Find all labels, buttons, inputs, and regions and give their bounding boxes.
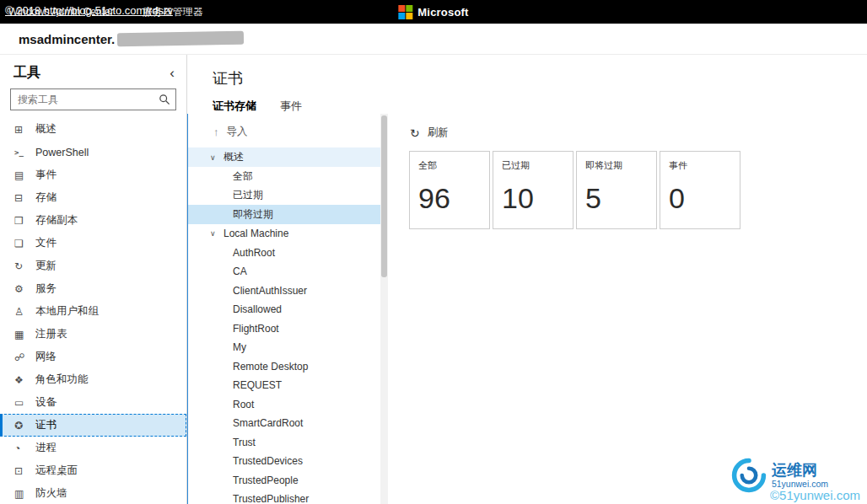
- sidebar-item-label: 防火墙: [35, 486, 67, 501]
- sidebar-item-roles-features[interactable]: ❖角色和功能: [0, 368, 186, 391]
- main-layout: 工具 ‹ ⊞概述>_PowerShell▤事件⊟存储❒存储副本❏文件↻更新⚙服务…: [0, 55, 867, 504]
- tree-group-label: 概述: [223, 150, 244, 164]
- summary-card-all[interactable]: 全部96: [409, 151, 490, 229]
- card-label: 全部: [418, 159, 489, 172]
- sidebar-item-label: 注册表: [35, 327, 67, 341]
- tree-scrollbar[interactable]: [380, 114, 388, 504]
- tree-item[interactable]: ClientAuthIssuer: [188, 281, 388, 301]
- sidebar-item-label: PowerShell: [35, 147, 89, 158]
- sidebar-item-processes[interactable]: ◔进程: [0, 437, 186, 459]
- sidebar-item-overview[interactable]: ⊞概述: [0, 118, 186, 141]
- sidebar-item-label: 进程: [35, 441, 57, 455]
- sidebar-item-label: 本地用户和组: [35, 304, 99, 319]
- hostname-redaction: [117, 31, 244, 47]
- sidebar-header: 工具 ‹: [0, 55, 186, 88]
- content-area: 证书 证书存储事件 ↑ 导入 ∨概述全部已过期即将过期∨Local Machin…: [187, 55, 867, 504]
- sidebar-item-label: 远程桌面: [35, 464, 78, 478]
- yunwei-logo-icon: [730, 457, 767, 494]
- content-body: ↑ 导入 ∨概述全部已过期即将过期∨Local MachineAuthRootC…: [187, 114, 867, 504]
- remote-desktop-icon: ⊡: [14, 465, 35, 477]
- storage-icon: ⊟: [14, 192, 35, 204]
- search-input[interactable]: [18, 94, 159, 105]
- cert-store-tree: ∨概述全部已过期即将过期∨Local MachineAuthRootCAClie…: [188, 147, 388, 504]
- sidebar-item-powershell[interactable]: >_PowerShell: [0, 141, 186, 164]
- sidebar-item-label: 文件: [35, 236, 57, 250]
- tree-group-label: Local Machine: [223, 228, 288, 239]
- tree-item[interactable]: 即将过期: [188, 205, 388, 224]
- sidebar-item-files[interactable]: ❏文件: [0, 232, 186, 255]
- import-label: 导入: [227, 125, 248, 139]
- refresh-icon: ↻: [410, 126, 420, 140]
- sidebar-item-events[interactable]: ▤事件: [0, 164, 186, 186]
- sidebar-item-label: 设备: [35, 395, 57, 410]
- card-label: 已过期: [502, 159, 573, 172]
- card-value: 96: [418, 182, 489, 215]
- devices-icon: ▭: [14, 397, 35, 409]
- watermark-top-left: © 2018 http://blog.51cto.com/rdsrv: [5, 4, 173, 17]
- sidebar-item-updates[interactable]: ↻更新: [0, 255, 186, 277]
- card-value: 5: [585, 182, 656, 215]
- network-icon: ☍: [14, 351, 35, 363]
- tree-item[interactable]: TrustedPeople: [188, 471, 388, 491]
- powershell-icon: >_: [14, 148, 35, 157]
- chevron-down-icon[interactable]: ∨: [210, 229, 223, 238]
- sidebar-item-remote-desktop[interactable]: ⊡远程桌面: [0, 459, 186, 482]
- collapse-sidebar-button[interactable]: ‹: [170, 66, 175, 80]
- details-pane: ↻ 刷新 全部96已过期10即将过期5事件0: [388, 114, 867, 504]
- summary-card-events[interactable]: 事件0: [660, 151, 740, 229]
- windows-admin-center-window: Windows Admin Center 服务器管理器 Microsoft © …: [0, 0, 867, 504]
- tree-item[interactable]: Disallowed: [188, 300, 388, 319]
- sidebar-item-network[interactable]: ☍网络: [0, 346, 186, 368]
- tree-item[interactable]: SmartCardRoot: [188, 414, 388, 433]
- card-value: 10: [502, 182, 573, 215]
- tree-item[interactable]: Trust: [188, 433, 388, 453]
- tools-sidebar: 工具 ‹ ⊞概述>_PowerShell▤事件⊟存储❒存储副本❏文件↻更新⚙服务…: [0, 55, 187, 504]
- tree-item[interactable]: 已过期: [188, 186, 388, 206]
- sidebar-item-label: 角色和功能: [35, 373, 89, 387]
- tree-item[interactable]: TrustedPublisher: [188, 490, 388, 504]
- tree-item[interactable]: AuthRoot: [188, 244, 388, 263]
- sidebar-item-label: 更新: [35, 259, 57, 273]
- connection-bar: msadmincenter.: [0, 24, 867, 55]
- tree-item[interactable]: FlightRoot: [188, 319, 388, 339]
- tree-item[interactable]: Root: [188, 395, 388, 415]
- storage-replica-icon: ❒: [14, 215, 35, 227]
- microsoft-logo-text: Microsoft: [417, 6, 468, 19]
- sidebar-item-local-users-groups[interactable]: ♙本地用户和组: [0, 300, 186, 323]
- sidebar-item-devices[interactable]: ▭设备: [0, 391, 186, 414]
- tree-item[interactable]: TrustedDevices: [188, 452, 388, 471]
- hostname: msadmincenter.: [19, 32, 115, 46]
- refresh-button[interactable]: ↻ 刷新: [409, 121, 449, 140]
- local-users-groups-icon: ♙: [14, 306, 35, 318]
- yunwei-logo-text: 运维网 51yunwei.com: [772, 462, 828, 490]
- summary-card-expired[interactable]: 已过期10: [493, 151, 574, 229]
- tree-scrollbar-thumb[interactable]: [381, 115, 387, 277]
- events-icon: ▤: [14, 169, 35, 181]
- sidebar-item-storage[interactable]: ⊟存储: [0, 186, 186, 209]
- card-value: 0: [669, 182, 740, 215]
- sidebar-title: 工具: [13, 64, 40, 82]
- firewall-icon: ▥: [14, 488, 35, 500]
- tree-item[interactable]: My: [188, 338, 388, 357]
- sidebar-item-storage-replica[interactable]: ❒存储副本: [0, 209, 186, 232]
- import-button[interactable]: ↑ 导入: [188, 114, 248, 147]
- cert-store-pane: ↑ 导入 ∨概述全部已过期即将过期∨Local MachineAuthRootC…: [187, 114, 388, 504]
- tree-group-local-machine[interactable]: ∨Local Machine: [188, 224, 388, 244]
- tree-item[interactable]: 全部: [188, 167, 388, 186]
- certificates-icon: ✪: [14, 420, 35, 432]
- sidebar-item-certificates[interactable]: ✪证书: [0, 414, 186, 437]
- tree-item[interactable]: REQUEST: [188, 376, 388, 395]
- tree-item[interactable]: CA: [188, 262, 388, 281]
- page-title: 证书: [213, 68, 867, 88]
- sidebar-item-services[interactable]: ⚙服务: [0, 277, 186, 300]
- watermark-bottom-right: 运维网 51yunwei.com: [730, 457, 828, 494]
- sidebar-item-firewall[interactable]: ▥防火墙: [0, 482, 186, 504]
- tree-group-overview[interactable]: ∨概述: [188, 147, 388, 167]
- summary-card-expiring-soon[interactable]: 即将过期5: [576, 151, 657, 229]
- sidebar-menu: ⊞概述>_PowerShell▤事件⊟存储❒存储副本❏文件↻更新⚙服务♙本地用户…: [0, 118, 186, 504]
- tree-item[interactable]: Remote Desktop: [188, 357, 388, 377]
- sidebar-item-registry[interactable]: ▦注册表: [0, 323, 186, 346]
- files-icon: ❏: [14, 238, 35, 249]
- processes-icon: ◔: [14, 442, 35, 454]
- chevron-down-icon[interactable]: ∨: [210, 153, 223, 162]
